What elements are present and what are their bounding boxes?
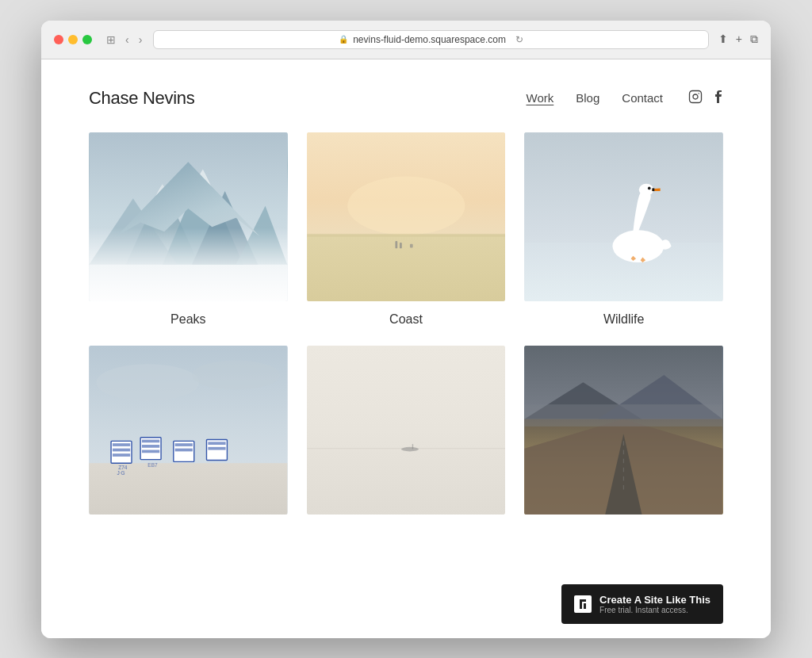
- gallery-item-highland[interactable]: [524, 346, 723, 515]
- nav-contact[interactable]: Contact: [622, 91, 663, 105]
- gallery-item-beach-chairs[interactable]: Z74 J·G EB7: [89, 346, 288, 515]
- svg-rect-14: [307, 235, 505, 300]
- svg-rect-42: [208, 446, 225, 450]
- svg-point-21: [613, 230, 665, 262]
- svg-rect-49: [412, 444, 412, 449]
- svg-rect-57: [525, 404, 723, 427]
- svg-rect-30: [113, 443, 130, 446]
- facebook-icon[interactable]: [715, 90, 723, 107]
- svg-point-1: [693, 94, 698, 99]
- svg-rect-17: [400, 242, 402, 247]
- browser-chrome: ⊞ ‹ › 🔒 nevins-fluid-demo.squarespace.co…: [41, 21, 771, 59]
- gallery-image-coast: [307, 132, 506, 301]
- traffic-lights: [54, 35, 92, 44]
- gallery-item-peaks[interactable]: Peaks: [89, 132, 288, 327]
- svg-rect-32: [113, 453, 130, 457]
- svg-point-2: [698, 93, 699, 94]
- gallery-image-wildlife: [524, 132, 723, 301]
- tabs-icon[interactable]: ⧉: [750, 33, 758, 46]
- svg-text:EB7: EB7: [147, 461, 158, 467]
- share-icon[interactable]: ⬆: [718, 33, 728, 46]
- svg-rect-0: [690, 90, 702, 102]
- browser-window: ⊞ ‹ › 🔒 nevins-fluid-demo.squarespace.co…: [41, 21, 771, 638]
- gallery-image-highland: [524, 346, 723, 515]
- squarespace-banner-subtitle: Free trial. Instant access.: [599, 606, 710, 614]
- gallery-item-coast[interactable]: Coast: [307, 132, 506, 327]
- svg-point-13: [347, 176, 465, 235]
- url-display: nevins-fluid-demo.squarespace.com: [353, 34, 506, 45]
- svg-rect-11: [89, 228, 287, 301]
- svg-rect-36: [142, 450, 159, 453]
- nav-social-icons: [688, 90, 723, 107]
- svg-point-24: [648, 186, 651, 189]
- svg-rect-18: [410, 243, 413, 247]
- gallery-caption-wildlife: Wildlife: [603, 312, 645, 327]
- svg-text:J·G: J·G: [117, 470, 124, 476]
- maximize-button[interactable]: [82, 35, 92, 44]
- nav-work[interactable]: Work: [527, 91, 554, 105]
- squarespace-banner-text: Create A Site Like This Free trial. Inst…: [599, 594, 710, 614]
- squarespace-banner-title: Create A Site Like This: [599, 594, 710, 606]
- lock-icon: 🔒: [339, 35, 348, 44]
- address-bar[interactable]: 🔒 nevins-fluid-demo.squarespace.com ↻: [153, 30, 708, 49]
- site-title: Chase Nevins: [89, 88, 194, 109]
- svg-rect-39: [175, 448, 193, 451]
- svg-point-22: [639, 183, 654, 195]
- svg-rect-46: [307, 346, 505, 515]
- minimize-button[interactable]: [68, 35, 78, 44]
- browser-actions: ⬆ + ⧉: [718, 33, 758, 46]
- svg-rect-23: [653, 188, 655, 191]
- squarespace-logo: [574, 595, 592, 613]
- svg-point-26: [97, 364, 200, 400]
- gallery-image-minimal-sea: [307, 346, 506, 515]
- gallery-caption-coast: Coast: [389, 312, 423, 327]
- svg-rect-58: [575, 596, 591, 612]
- gallery-item-wildlife[interactable]: Wildlife: [524, 132, 723, 327]
- svg-rect-15: [307, 233, 505, 236]
- svg-rect-35: [142, 445, 159, 448]
- site-nav: Work Blog Contact: [527, 90, 723, 107]
- window-layout-icon[interactable]: ⊞: [105, 32, 117, 48]
- refresh-icon[interactable]: ↻: [515, 34, 523, 45]
- svg-point-27: [192, 360, 280, 389]
- instagram-icon[interactable]: [688, 90, 703, 107]
- back-button[interactable]: ‹: [124, 32, 131, 48]
- svg-rect-16: [395, 241, 397, 248]
- gallery-image-beach-chairs: Z74 J·G EB7: [89, 346, 288, 515]
- new-tab-icon[interactable]: +: [736, 33, 742, 46]
- close-button[interactable]: [54, 35, 63, 44]
- svg-rect-34: [142, 439, 159, 442]
- forward-button[interactable]: ›: [137, 32, 144, 48]
- nav-blog[interactable]: Blog: [576, 91, 599, 105]
- svg-text:Z74: Z74: [118, 464, 128, 469]
- svg-rect-41: [208, 442, 225, 445]
- squarespace-banner[interactable]: Create A Site Like This Free trial. Inst…: [561, 584, 723, 624]
- page-content: Chase Nevins Work Blog Contact: [41, 59, 771, 638]
- browser-controls: ⊞ ‹ ›: [105, 32, 144, 48]
- site-header: Chase Nevins Work Blog Contact: [89, 59, 723, 132]
- svg-point-48: [401, 446, 419, 451]
- gallery-grid-row1: Peaks: [89, 132, 723, 327]
- gallery-grid-row2: Z74 J·G EB7: [89, 346, 723, 515]
- gallery-image-peaks: [89, 132, 288, 301]
- svg-rect-38: [175, 443, 193, 446]
- gallery-item-minimal-sea[interactable]: [307, 346, 506, 515]
- gallery-caption-peaks: Peaks: [170, 312, 205, 327]
- svg-rect-31: [113, 448, 130, 451]
